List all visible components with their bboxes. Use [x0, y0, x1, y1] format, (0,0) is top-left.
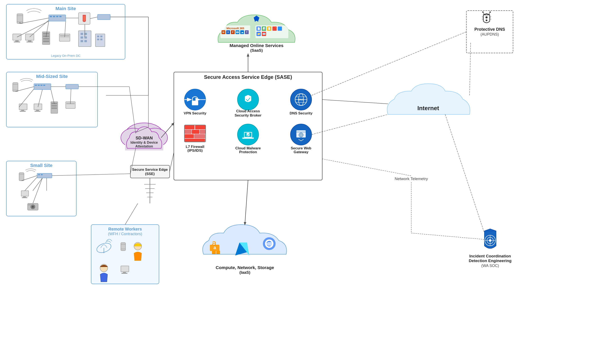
- svg-text:Identity & Device: Identity & Device: [131, 141, 158, 144]
- svg-line-96: [33, 178, 42, 191]
- svg-rect-188: [255, 26, 288, 38]
- svg-rect-31: [84, 37, 87, 39]
- svg-rect-70: [52, 105, 57, 106]
- svg-rect-22: [43, 38, 49, 40]
- svg-text:Network Telemetry: Network Telemetry: [395, 177, 428, 181]
- svg-rect-195: [272, 26, 277, 31]
- svg-rect-64: [20, 111, 26, 112]
- svg-line-94: [21, 176, 37, 181]
- svg-line-243: [129, 87, 136, 133]
- svg-rect-51: [6, 72, 97, 127]
- svg-rect-112: [121, 273, 127, 274]
- svg-rect-53: [13, 83, 18, 91]
- svg-rect-132: [192, 101, 198, 105]
- svg-text:(IPS/IDS): (IPS/IDS): [187, 149, 203, 153]
- svg-point-219: [482, 12, 483, 13]
- svg-rect-148: [185, 125, 194, 129]
- svg-rect-17: [28, 40, 31, 41]
- svg-text:Compute, Network, Storage: Compute, Network, Storage: [216, 265, 274, 270]
- svg-text:Protection: Protection: [239, 150, 257, 154]
- svg-point-91: [31, 205, 35, 209]
- svg-text:Microsoft 365: Microsoft 365: [227, 27, 244, 30]
- svg-point-221: [490, 12, 491, 13]
- svg-text:Cloud Access: Cloud Access: [236, 109, 260, 113]
- svg-rect-153: [185, 134, 194, 138]
- svg-line-95: [25, 177, 37, 191]
- svg-rect-67: [35, 111, 40, 112]
- svg-rect-201: [262, 32, 266, 36]
- svg-text:(WA SOC): (WA SOC): [481, 264, 499, 268]
- svg-point-102: [95, 241, 112, 254]
- svg-line-76: [38, 90, 42, 107]
- svg-rect-65: [34, 104, 42, 110]
- svg-rect-82: [19, 173, 24, 181]
- svg-rect-21: [43, 35, 49, 37]
- svg-text:Small Site: Small Site: [30, 163, 52, 168]
- svg-rect-35: [97, 36, 99, 37]
- svg-rect-6: [49, 15, 66, 21]
- svg-point-164: [290, 124, 312, 145]
- svg-text:Mid-Sized Site: Mid-Sized Site: [36, 74, 68, 79]
- svg-rect-111: [123, 272, 126, 273]
- svg-rect-199: [256, 32, 261, 36]
- diagram-container: Main Site: [0, 0, 615, 364]
- svg-line-43: [46, 21, 49, 37]
- svg-rect-24: [59, 34, 70, 41]
- svg-rect-90: [27, 203, 38, 210]
- svg-rect-193: [267, 26, 271, 31]
- svg-line-220: [488, 12, 490, 15]
- svg-line-74: [15, 87, 34, 91]
- svg-point-107: [134, 242, 142, 250]
- svg-rect-60: [43, 85, 45, 86]
- svg-line-246: [125, 203, 138, 225]
- svg-text:Secure Service Edge: Secure Service Edge: [132, 168, 168, 172]
- svg-rect-189: [256, 26, 261, 31]
- svg-rect-25: [60, 35, 69, 37]
- svg-rect-176: [222, 30, 225, 34]
- svg-rect-86: [41, 174, 43, 175]
- svg-rect-85: [38, 174, 40, 175]
- svg-point-211: [263, 237, 276, 250]
- svg-line-251: [245, 180, 248, 225]
- svg-text:Attestation: Attestation: [135, 144, 153, 148]
- svg-line-247: [161, 123, 174, 138]
- svg-rect-154: [194, 134, 205, 138]
- svg-text:Gateway: Gateway: [294, 150, 308, 154]
- svg-text:VPN Security: VPN Security: [184, 111, 206, 115]
- svg-text:DNS Security: DNS Security: [290, 111, 312, 115]
- svg-rect-18: [27, 41, 33, 42]
- svg-rect-20: [43, 33, 49, 35]
- svg-rect-165: [296, 130, 306, 138]
- svg-text:SD-WAN: SD-WAN: [135, 136, 153, 140]
- svg-line-47: [90, 17, 97, 19]
- svg-rect-8: [53, 16, 55, 17]
- svg-rect-56: [34, 84, 51, 90]
- svg-rect-61: [66, 84, 79, 89]
- svg-line-226: [490, 16, 491, 18]
- svg-text:📑: 📑: [268, 27, 271, 30]
- svg-rect-73: [66, 103, 75, 104]
- svg-text:Managed Online Services: Managed Online Services: [230, 43, 283, 48]
- svg-rect-12: [97, 14, 110, 20]
- svg-rect-161: [245, 133, 252, 137]
- svg-line-97: [33, 178, 42, 203]
- svg-rect-180: [231, 30, 235, 34]
- svg-text:a: a: [214, 245, 216, 250]
- svg-line-241: [136, 127, 148, 132]
- svg-text:Remote Workers: Remote Workers: [108, 227, 142, 231]
- svg-text:X: X: [227, 31, 229, 33]
- svg-rect-19: [42, 32, 50, 44]
- svg-text:📁: 📁: [257, 32, 260, 35]
- svg-line-248: [170, 153, 174, 172]
- svg-point-230: [485, 235, 495, 246]
- svg-rect-217: [466, 11, 513, 53]
- svg-rect-16: [26, 34, 34, 40]
- svg-rect-71: [52, 107, 57, 109]
- svg-text:⬟: ⬟: [254, 15, 259, 22]
- svg-line-252: [322, 100, 388, 104]
- svg-text:(SaaS): (SaaS): [250, 48, 263, 52]
- svg-point-232: [489, 239, 491, 242]
- svg-text:DNS: DNS: [298, 98, 303, 101]
- svg-line-42: [30, 20, 49, 37]
- svg-rect-63: [21, 110, 24, 111]
